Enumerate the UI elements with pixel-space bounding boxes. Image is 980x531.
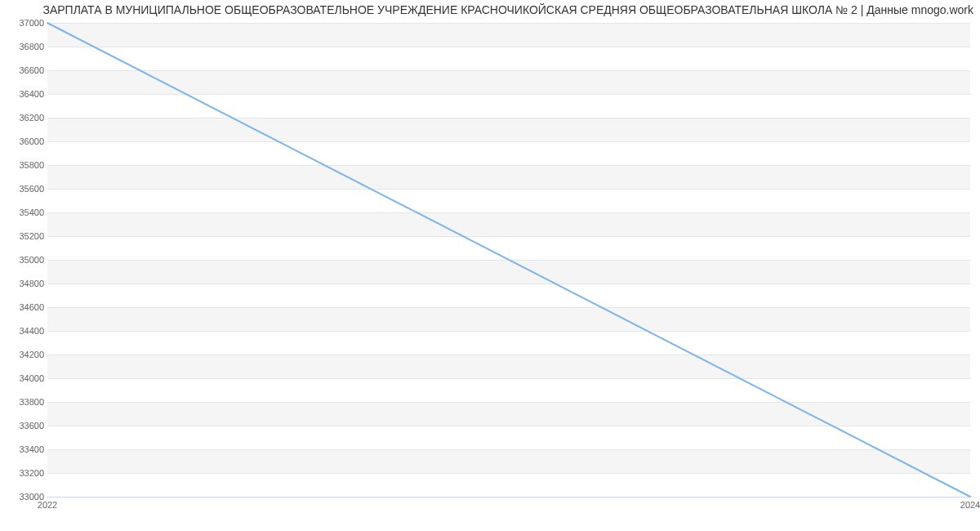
x-tick-label: 2024 (960, 500, 980, 510)
y-tick-label: 35000 (3, 255, 44, 265)
chart-title: ЗАРПЛАТА В МУНИЦИПАЛЬНОЕ ОБЩЕОБРАЗОВАТЕЛ… (0, 3, 973, 16)
y-tick-label: 35200 (3, 231, 44, 241)
plot-area (47, 23, 970, 497)
y-tick-label: 36200 (3, 113, 44, 123)
x-axis-line (47, 497, 970, 498)
chart-container: ЗАРПЛАТА В МУНИЦИПАЛЬНОЕ ОБЩЕОБРАЗОВАТЕЛ… (0, 0, 980, 531)
y-tick-label: 36400 (3, 89, 44, 99)
y-tick-label: 35800 (3, 160, 44, 170)
line-series-layer (47, 23, 970, 497)
y-tick-label: 34600 (3, 302, 44, 312)
y-tick-label: 36800 (3, 42, 44, 51)
y-tick-label: 33200 (3, 468, 44, 478)
y-tick-label: 34200 (3, 350, 44, 359)
series-line (47, 23, 970, 497)
y-tick-label: 34000 (3, 373, 44, 383)
y-tick-label: 36000 (3, 136, 44, 146)
y-tick-label: 34800 (3, 279, 44, 288)
y-tick-label: 33800 (3, 397, 44, 407)
y-tick-label: 37000 (3, 18, 44, 28)
y-tick-label: 35600 (3, 184, 44, 194)
x-tick-label: 2022 (38, 500, 57, 510)
y-tick-label: 33600 (3, 421, 44, 431)
y-tick-label: 36600 (3, 65, 44, 75)
y-tick-label: 35400 (3, 207, 44, 217)
y-tick-label: 34400 (3, 326, 44, 336)
y-tick-label: 33400 (3, 444, 44, 454)
